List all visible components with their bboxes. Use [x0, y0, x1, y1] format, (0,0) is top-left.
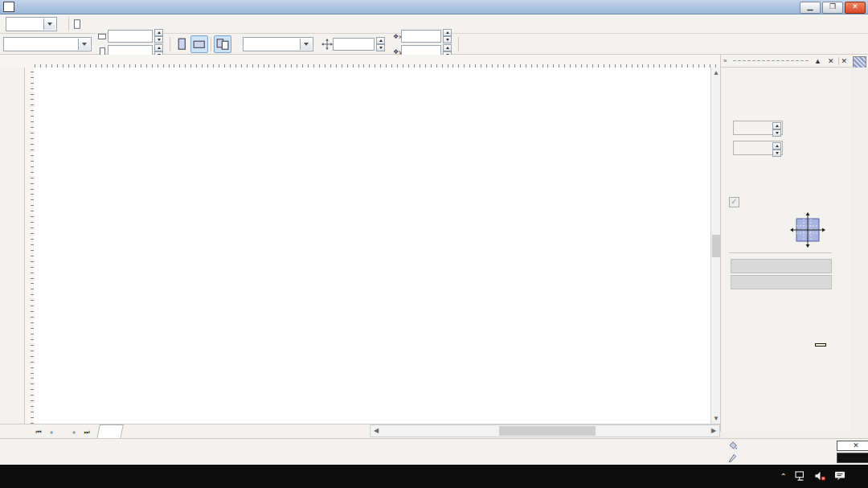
taskbar: ⌃ [0, 465, 868, 488]
paper-width-spinner[interactable] [154, 29, 163, 43]
paper-type-combo[interactable] [3, 37, 92, 51]
volume-muted-icon[interactable] [814, 471, 826, 482]
docker-close-icon[interactable]: ✕ [826, 57, 836, 65]
fill-bucket-icon [727, 441, 739, 451]
title-bar: ▁ ❐ ✕ [0, 0, 868, 14]
outline-pen-icon [727, 453, 739, 463]
first-page-button[interactable]: ⏮ [32, 426, 45, 438]
transformation-docker: » ▲ ✕ ✕ ✓ [720, 55, 868, 432]
toolbox [0, 68, 25, 424]
chevron-down-icon[interactable] [43, 18, 55, 30]
network-icon[interactable] [795, 471, 806, 482]
close-button[interactable]: ✕ [845, 2, 866, 14]
color-palette [850, 68, 868, 432]
app-icon [3, 2, 14, 12]
horizontal-scroll-thumb[interactable] [499, 426, 596, 436]
vertical-scroll-thumb[interactable] [712, 235, 720, 257]
set-for-all-pages-button[interactable] [214, 35, 231, 53]
document-menu-icon[interactable] [72, 18, 83, 30]
non-proportional-checkbox[interactable]: ✓ [729, 197, 743, 207]
horizontal-ruler[interactable] [34, 55, 720, 68]
zoom-level-combo[interactable] [6, 17, 57, 31]
paper-width-field[interactable] [108, 30, 153, 43]
scroll-left-arrow[interactable]: ◀ [371, 425, 382, 437]
apply-to-duplicate-button[interactable] [731, 259, 832, 273]
duplicate-distance-x-field[interactable] [401, 30, 441, 43]
last-page-button[interactable]: ⏭ [80, 426, 93, 438]
tray-expand-icon[interactable]: ⌃ [780, 472, 787, 481]
add-page-after-button[interactable]: ＋ [68, 426, 80, 438]
paper-width-icon [96, 31, 108, 42]
units-combo[interactable] [243, 37, 313, 51]
notifications-icon[interactable] [834, 471, 845, 482]
restore-button[interactable]: ❐ [822, 2, 843, 14]
ruler-origin[interactable] [0, 55, 35, 68]
scroll-right-arrow[interactable]: ▶ [708, 425, 719, 437]
docker-collapse-icon[interactable]: » [723, 57, 727, 64]
chevron-down-icon[interactable] [78, 39, 90, 50]
transform-preview [790, 212, 825, 249]
nudge-offset-icon [321, 39, 333, 50]
checkbox-check-icon: ✓ [729, 197, 739, 207]
nudge-offset-spinner[interactable] [376, 37, 385, 51]
docker-rollup-icon[interactable]: ▲ [813, 57, 823, 65]
fill-indicator[interactable]: ✕ [727, 441, 868, 451]
add-page-before-button[interactable]: ＋ [45, 426, 58, 438]
nudge-offset-field[interactable] [333, 38, 375, 51]
duplicate-x-spinner[interactable] [443, 29, 452, 43]
outline-indicator[interactable] [727, 453, 868, 463]
horizontal-scrollbar[interactable]: ◀ ▶ [370, 424, 720, 437]
dockers-close-all-icon[interactable]: ✕ [838, 57, 849, 65]
color-tooltip [815, 343, 826, 347]
portrait-button[interactable] [173, 35, 190, 53]
property-bar: ❖x ❖y [0, 34, 868, 55]
chevron-down-icon[interactable] [300, 39, 312, 50]
outline-color-box [837, 453, 868, 463]
system-tray: ⌃ [780, 465, 868, 488]
landscape-button[interactable] [190, 35, 208, 53]
status-bar: ✕ [0, 438, 868, 465]
palette-options-icon[interactable] [853, 56, 866, 68]
v-size-field[interactable] [733, 141, 783, 155]
h-size-field[interactable] [733, 121, 783, 135]
fill-none-box: ✕ [837, 441, 868, 451]
drawing-canvas[interactable] [34, 68, 710, 424]
coreldraw-application-window: { "window": { "title": "CorelDRAW 12 - [… [0, 0, 868, 488]
page-tab[interactable] [96, 424, 124, 439]
apply-button[interactable] [731, 275, 832, 289]
minimize-button[interactable]: ▁ [800, 2, 821, 14]
